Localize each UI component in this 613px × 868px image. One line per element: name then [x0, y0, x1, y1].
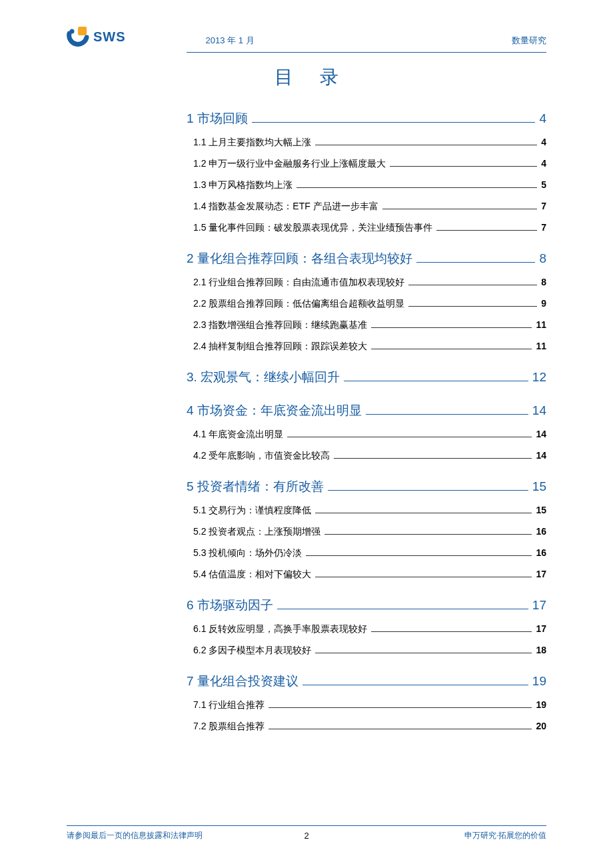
section-label: 2 量化组合推荐回顾：各组合表现均较好 — [187, 250, 412, 267]
section-page: 17 — [532, 598, 546, 613]
toc-subsection[interactable]: 5.4 估值温度：相对下偏较大17 — [193, 569, 546, 581]
toc-subsection[interactable]: 2.2 股票组合推荐回顾：低估偏离组合超额收益明显9 — [193, 298, 546, 310]
toc-section[interactable]: 2 量化组合推荐回顾：各组合表现均较好8 — [187, 250, 546, 267]
logo-text: SWS — [93, 29, 126, 45]
subsection-page: 18 — [536, 645, 546, 655]
leader-line — [303, 685, 528, 685]
subsection-page: 17 — [536, 569, 546, 579]
toc-section[interactable]: 7 量化组合投资建议19 — [187, 673, 546, 690]
toc-subsection[interactable]: 1.1 上月主要指数均大幅上涨4 — [193, 137, 546, 149]
subsection-label: 2.3 指数增强组合推荐回顾：继续跑赢基准 — [193, 319, 367, 331]
toc-subsection[interactable]: 5.1 交易行为：谨慎程度降低15 — [193, 505, 546, 517]
leader-line — [436, 230, 537, 231]
subsection-label: 1.5 量化事件回顾：破发股票表现优异，关注业绩预告事件 — [193, 222, 432, 234]
company-logo: SWS — [67, 25, 126, 48]
toc-subsection[interactable]: 5.3 投机倾向：场外仍冷淡16 — [193, 547, 546, 559]
leader-line — [297, 187, 537, 188]
leader-line — [366, 414, 528, 415]
section-label: 4 市场资金：年底资金流出明显 — [187, 402, 362, 419]
toc-subsection[interactable]: 2.3 指数增强组合推荐回顾：继续跑赢基准11 — [193, 319, 546, 331]
subsection-page: 14 — [536, 429, 546, 439]
logo-icon — [67, 25, 89, 48]
leader-line — [334, 458, 532, 459]
svg-point-1 — [70, 29, 75, 34]
subsection-page: 4 — [541, 158, 546, 169]
subsection-page: 11 — [536, 319, 546, 330]
section-page: 15 — [532, 479, 546, 494]
toc-subsection[interactable]: 2.4 抽样复制组合推荐回顾：跟踪误差较大11 — [193, 341, 546, 353]
toc-subsection[interactable]: 5.2 投资者观点：上涨预期增强16 — [193, 526, 546, 538]
toc-subsection[interactable]: 1.4 指数基金发展动态：ETF 产品进一步丰富7 — [193, 201, 546, 213]
section-page: 12 — [532, 370, 546, 385]
leader-line — [371, 349, 532, 349]
subsection-label: 5.3 投机倾向：场外仍冷淡 — [193, 547, 302, 559]
toc-subsection[interactable]: 7.2 股票组合推荐20 — [193, 721, 546, 733]
section-page: 19 — [532, 674, 546, 689]
toc-section[interactable]: 5 投资者情绪：有所改善15 — [187, 478, 546, 495]
toc-subsection[interactable]: 4.2 受年底影响，市值资金比较高14 — [193, 450, 546, 462]
leader-line — [324, 534, 532, 535]
subsection-page: 16 — [536, 526, 546, 537]
subsection-page: 7 — [541, 222, 546, 233]
leader-line — [306, 555, 532, 556]
toc-subsection[interactable]: 7.1 行业组合推荐19 — [193, 699, 546, 711]
subsection-label: 6.2 多因子模型本月表现较好 — [193, 645, 311, 657]
header-date: 2013 年 1 月 — [206, 35, 255, 47]
section-label: 5 投资者情绪：有所改善 — [187, 478, 324, 495]
subsection-page: 4 — [541, 137, 546, 147]
leader-line — [408, 306, 537, 307]
leader-line — [315, 653, 532, 653]
leader-line — [315, 513, 532, 513]
toc-subsection[interactable]: 1.3 申万风格指数均上涨5 — [193, 179, 546, 191]
footer-disclaimer: 请参阅最后一页的信息披露和法律声明 — [67, 830, 203, 841]
footer-rule — [67, 825, 546, 826]
subsection-label: 2.4 抽样复制组合推荐回顾：跟踪误差较大 — [193, 341, 367, 353]
toc-section[interactable]: 1 市场回顾4 — [187, 110, 546, 127]
toc-subsection[interactable]: 6.1 反转效应明显，高换手率股票表现较好17 — [193, 623, 546, 635]
toc-subsection[interactable]: 2.1 行业组合推荐回顾：自由流通市值加权表现较好8 — [193, 277, 546, 289]
leader-line — [371, 327, 532, 328]
toc-subsection[interactable]: 6.2 多因子模型本月表现较好18 — [193, 645, 546, 657]
leader-line — [382, 209, 538, 209]
page-header: SWS 2013 年 1 月 数量研究 — [67, 25, 546, 48]
leader-line — [390, 166, 537, 167]
toc-title: 目录 — [67, 65, 546, 90]
section-page: 8 — [539, 251, 546, 266]
subsection-label: 2.2 股票组合推荐回顾：低估偏离组合超额收益明显 — [193, 298, 404, 310]
leader-line — [269, 707, 532, 708]
subsection-page: 11 — [536, 341, 546, 351]
subsection-page: 5 — [541, 179, 546, 190]
subsection-label: 1.4 指数基金发展动态：ETF 产品进一步丰富 — [193, 201, 378, 213]
subsection-label: 7.2 股票组合推荐 — [193, 721, 265, 733]
subsection-page: 16 — [536, 547, 546, 558]
section-label: 6 市场驱动因子 — [187, 597, 273, 614]
subsection-page: 15 — [536, 505, 546, 515]
toc-subsection[interactable]: 4.1 年底资金流出明显14 — [193, 429, 546, 441]
leader-line — [269, 729, 532, 729]
toc-subsection[interactable]: 1.2 申万一级行业中金融服务行业上涨幅度最大4 — [193, 158, 546, 170]
page-number: 2 — [304, 831, 308, 841]
leader-line — [408, 285, 537, 285]
toc-section[interactable]: 6 市场驱动因子17 — [187, 597, 546, 614]
subsection-label: 1.2 申万一级行业中金融服务行业上涨幅度最大 — [193, 158, 386, 170]
leader-line — [416, 262, 536, 263]
subsection-label: 1.1 上月主要指数均大幅上涨 — [193, 137, 311, 149]
subsection-page: 8 — [541, 277, 546, 287]
subsection-page: 7 — [541, 201, 546, 211]
toc-section[interactable]: 3. 宏观景气：继续小幅回升12 — [187, 369, 546, 386]
table-of-contents: 1 市场回顾41.1 上月主要指数均大幅上涨41.2 申万一级行业中金融服务行业… — [187, 110, 546, 733]
subsection-label: 5.1 交易行为：谨慎程度降低 — [193, 505, 311, 517]
subsection-label: 7.1 行业组合推荐 — [193, 699, 265, 711]
subsection-label: 5.2 投资者观点：上涨预期增强 — [193, 526, 320, 538]
leader-line — [287, 437, 532, 437]
toc-subsection[interactable]: 1.5 量化事件回顾：破发股票表现优异，关注业绩预告事件7 — [193, 222, 546, 234]
subsection-page: 17 — [536, 623, 546, 634]
footer-tagline: 申万研究·拓展您的价值 — [464, 830, 546, 841]
subsection-page: 9 — [541, 298, 546, 309]
header-rule — [187, 52, 546, 53]
toc-section[interactable]: 4 市场资金：年底资金流出明显14 — [187, 402, 546, 419]
section-label: 1 市场回顾 — [187, 110, 248, 127]
leader-line — [344, 381, 528, 381]
subsection-label: 2.1 行业组合推荐回顾：自由流通市值加权表现较好 — [193, 277, 404, 289]
subsection-label: 6.1 反转效应明显，高换手率股票表现较好 — [193, 623, 367, 635]
